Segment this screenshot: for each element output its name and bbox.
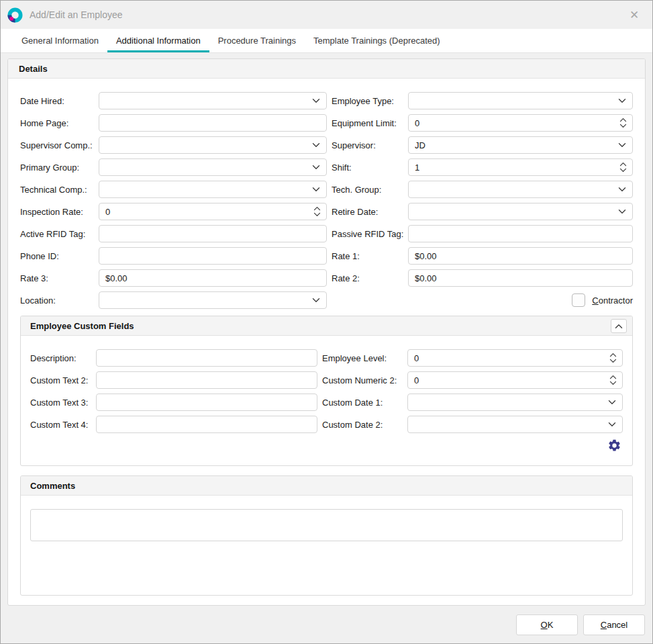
field-cell [99, 158, 327, 176]
tab-general-information[interactable]: General Information [13, 29, 107, 52]
passive-rfid-tag-input[interactable] [408, 225, 633, 242]
custom-text-4-label: Custom Text 4: [30, 420, 96, 430]
spin-up-down-icon[interactable] [609, 353, 617, 363]
custom-fields-header: Employee Custom Fields [21, 316, 632, 336]
field-cell [407, 349, 623, 367]
custom-fields-actions [30, 433, 623, 460]
description-input[interactable] [96, 349, 317, 367]
chevron-down-icon[interactable] [312, 187, 320, 192]
field-cell [99, 114, 327, 132]
inspection-rate-spinner [99, 203, 327, 220]
spin-up-down-icon[interactable] [313, 206, 321, 217]
chevron-down-icon[interactable] [618, 209, 626, 214]
employee-type-combobox[interactable] [408, 92, 633, 109]
chevron-down-icon[interactable] [312, 165, 320, 170]
comments-body [21, 496, 632, 547]
close-button[interactable]: ✕ [620, 3, 648, 26]
custom-fields-header-label: Employee Custom Fields [30, 321, 134, 331]
equipment-limit-spinner [408, 114, 633, 132]
location-combobox[interactable] [99, 291, 327, 309]
chevron-down-icon[interactable] [312, 98, 320, 103]
field-cell [99, 136, 327, 154]
tab-template-trainings-deprecated[interactable]: Template Trainings (Deprecated) [305, 29, 449, 52]
window-title: Add/Edit an Employee [30, 9, 123, 20]
close-icon: ✕ [630, 9, 639, 21]
supervisor-comp-combobox[interactable] [99, 136, 327, 154]
custom-text-3-input[interactable] [96, 394, 317, 411]
custom-text-2-input[interactable] [96, 371, 317, 389]
custom-date-1-label: Custom Date 1: [317, 398, 407, 408]
employee-type-label: Employee Type: [327, 96, 408, 106]
technical-comp-combobox[interactable] [99, 181, 327, 198]
custom-fields-body: Description:Employee Level:Custom Text 2… [21, 336, 632, 465]
tab-label: Additional Information [116, 36, 201, 46]
field-cell [99, 247, 327, 265]
comments-textarea[interactable] [30, 509, 623, 541]
spin-up-down-icon[interactable] [619, 118, 627, 128]
shift-input[interactable] [408, 158, 633, 176]
description-label: Description: [30, 353, 96, 363]
date-hired-combobox[interactable] [99, 92, 327, 109]
custom-date-1-combobox[interactable] [407, 394, 623, 411]
ok-button[interactable]: OK [516, 614, 578, 635]
custom-text-3-label: Custom Text 3: [30, 398, 96, 408]
employee-custom-fields-group: Employee Custom Fields Description:Emplo… [20, 316, 633, 466]
field-cell [407, 416, 623, 433]
custom-numeric-2-input[interactable] [407, 371, 623, 389]
custom-numeric-2-spinner [407, 371, 623, 389]
chevron-down-icon[interactable] [608, 400, 616, 405]
tech-group-combobox[interactable] [408, 181, 633, 198]
phone-id-input[interactable] [99, 247, 327, 265]
custom-text-4-input[interactable] [96, 416, 317, 433]
field-cell [408, 114, 633, 132]
chevron-down-icon[interactable] [608, 422, 616, 427]
field-cell [99, 203, 327, 220]
employee-level-label: Employee Level: [317, 353, 407, 363]
chevron-down-icon[interactable] [618, 98, 626, 103]
rate-3-input[interactable] [99, 269, 327, 287]
comments-header: Comments [21, 476, 632, 496]
field-cell [99, 92, 327, 109]
field-cell [96, 371, 317, 389]
custom-date-2-combobox[interactable] [407, 416, 623, 433]
rate-1-input[interactable] [408, 247, 633, 265]
chevron-down-icon[interactable] [312, 297, 320, 303]
contractor-checkbox-field[interactable]: Contractor [408, 293, 633, 307]
field-cell [99, 291, 327, 309]
tab-procedure-trainings[interactable]: Procedure Trainings [209, 29, 305, 52]
contractor-checkbox[interactable] [572, 293, 585, 307]
field-cell [99, 225, 327, 242]
technical-comp-label: Technical Comp.: [20, 185, 99, 195]
inspection-rate-input[interactable] [99, 203, 327, 220]
active-rfid-tag-input[interactable] [99, 225, 327, 242]
tab-additional-information[interactable]: Additional Information [107, 29, 209, 52]
home-page-input[interactable] [99, 114, 327, 132]
chevron-down-icon[interactable] [312, 142, 320, 148]
custom-fields-settings-button[interactable] [607, 439, 621, 455]
passive-rfid-tag-label: Passive RFID Tag: [327, 229, 408, 239]
comments-group: Comments [20, 475, 633, 596]
spin-up-down-icon[interactable] [619, 162, 627, 173]
details-group-body: Date Hired:Employee Type:Home Page:Equip… [8, 79, 645, 605]
add-edit-employee-dialog: Add/Edit an Employee ✕ General Informati… [0, 0, 653, 644]
chevron-down-icon[interactable] [618, 142, 626, 148]
chevron-down-icon[interactable] [618, 187, 626, 192]
cancel-button[interactable]: Cancel [583, 614, 645, 635]
rate-2-input[interactable] [408, 269, 633, 287]
primary-group-combobox[interactable] [99, 158, 327, 176]
dialog-footer: OK Cancel [1, 606, 652, 643]
field-cell [408, 92, 633, 109]
field-cell: JD [408, 136, 633, 154]
supervisor-combobox[interactable]: JD [408, 136, 633, 154]
collapse-section-button[interactable] [611, 319, 627, 333]
spin-up-down-icon[interactable] [609, 375, 617, 385]
retire-date-combobox[interactable] [408, 203, 633, 220]
gear-icon [607, 439, 621, 455]
employee-level-input[interactable] [407, 349, 623, 367]
field-cell [408, 181, 633, 198]
chevron-up-icon [615, 321, 623, 331]
comments-header-label: Comments [30, 481, 75, 491]
equipment-limit-input[interactable] [408, 114, 633, 132]
field-cell [408, 203, 633, 220]
supervisor-label: Supervisor: [327, 140, 408, 150]
